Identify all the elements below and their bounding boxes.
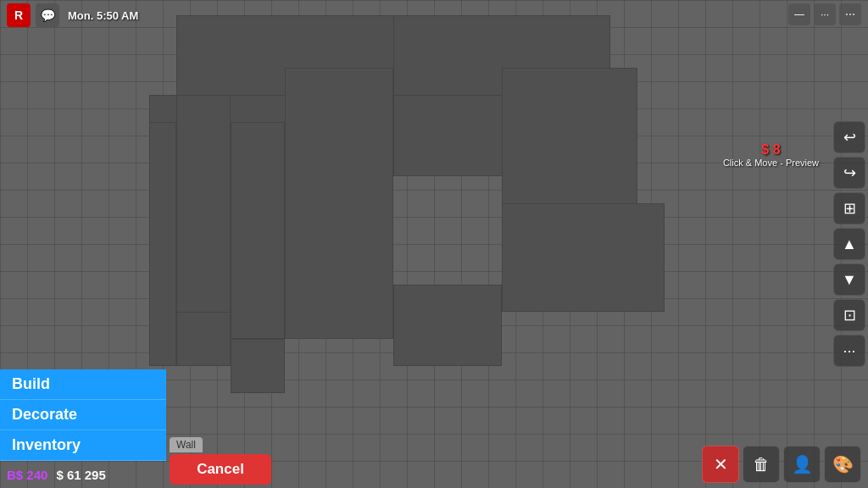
dots-icon[interactable]: ··· [814,3,836,25]
move-button[interactable]: 👤 [783,446,821,483]
chat-icon[interactable]: 💬 [36,3,59,27]
decorate-button[interactable]: Decorate [0,400,166,430]
trash-button[interactable]: 🗑 [743,446,780,483]
bottom-status: B$ 240 $ 61 295 [0,461,166,488]
inventory-button[interactable]: Inventory [0,430,166,461]
room-shape-9 [502,203,665,312]
right-toolbar: ↩ ↪ ⊞ ▲ ▼ ⊡ ··· [831,121,868,367]
build-button[interactable]: Build [0,369,166,400]
x-icon: ✕ [714,454,728,474]
wall-cancel-panel: Wall Cancel [170,436,288,488]
price-preview: $ 8 Click & Move - Preview [723,142,819,168]
room-shape-11 [231,339,285,393]
price-label: Click & Move - Preview [723,158,819,168]
room-shape-10 [393,285,502,366]
cash-amount: $ 61 295 [56,468,105,482]
select-button[interactable]: ⊡ [833,299,865,331]
up-button[interactable]: ▲ [833,228,865,260]
room-shape-4 [231,122,285,339]
room-shape-corner [149,122,176,366]
price-value: $ 8 [723,142,819,158]
more-button[interactable]: ··· [833,335,865,367]
time-display: Mon. 5:50 AM [68,9,138,22]
close-button[interactable]: ✕ [702,446,739,483]
trash-icon: 🗑 [753,455,770,474]
paint-button[interactable]: 🎨 [824,446,861,483]
paint-icon: 🎨 [832,454,854,474]
menu-icon[interactable]: ⋯ [839,3,861,25]
top-right-icons: — ··· ⋯ [788,3,861,25]
left-panel: Build Decorate Inventory B$ 240 $ 61 295 [0,369,166,488]
top-bar: R 💬 Mon. 5:50 AM — ··· ⋯ [0,0,868,30]
roblox-icon[interactable]: R [7,3,31,27]
room-shape-13 [176,312,231,366]
undo-button[interactable]: ↩ [833,121,865,153]
grid-button[interactable]: ⊞ [833,192,865,225]
wall-label: Wall [170,437,203,452]
redo-button[interactable]: ↪ [833,157,865,189]
move-icon: 👤 [792,454,813,474]
down-button[interactable]: ▼ [833,263,865,296]
minimize-icon[interactable]: — [788,3,810,25]
bs-amount: B$ 240 [7,468,47,482]
bottom-toolbar: ✕ 🗑 👤 🎨 [695,441,868,488]
room-shape-5 [285,68,393,339]
cancel-button[interactable]: Cancel [170,454,271,485]
